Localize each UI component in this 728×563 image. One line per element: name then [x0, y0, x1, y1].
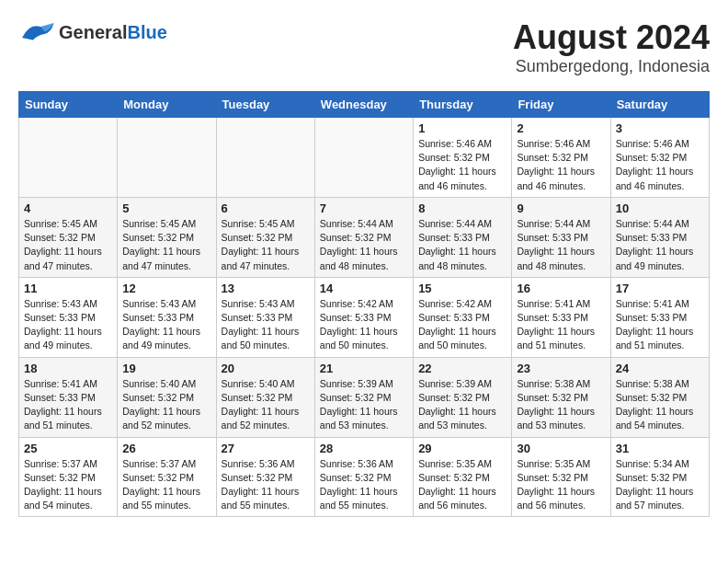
- day-number: 4: [24, 201, 112, 215]
- day-number: 13: [222, 282, 310, 295]
- day-info: Sunrise: 5:37 AM Sunset: 5:32 PM Dayligh…: [24, 457, 112, 513]
- calendar-day-cell: 13Sunrise: 5:43 AM Sunset: 5:33 PM Dayli…: [216, 277, 314, 357]
- weekday-header-sunday: Sunday: [19, 92, 118, 118]
- day-info: Sunrise: 5:45 AM Sunset: 5:32 PM Dayligh…: [222, 217, 310, 273]
- weekday-header-thursday: Thursday: [414, 92, 512, 118]
- day-info: Sunrise: 5:45 AM Sunset: 5:32 PM Dayligh…: [24, 217, 112, 273]
- calendar-day-cell: 12Sunrise: 5:43 AM Sunset: 5:33 PM Dayli…: [118, 277, 216, 357]
- calendar-day-cell: 25Sunrise: 5:37 AM Sunset: 5:32 PM Dayli…: [19, 437, 118, 517]
- day-number: 31: [616, 442, 704, 455]
- calendar-week-row: 18Sunrise: 5:41 AM Sunset: 5:33 PM Dayli…: [19, 357, 710, 437]
- calendar-day-cell: 23Sunrise: 5:38 AM Sunset: 5:32 PM Dayli…: [512, 357, 610, 437]
- calendar-day-cell: 15Sunrise: 5:42 AM Sunset: 5:33 PM Dayli…: [414, 277, 512, 357]
- calendar-day-cell: 22Sunrise: 5:39 AM Sunset: 5:32 PM Dayli…: [414, 357, 512, 437]
- calendar-week-row: 4Sunrise: 5:45 AM Sunset: 5:32 PM Daylig…: [19, 197, 710, 277]
- calendar-day-cell: 21Sunrise: 5:39 AM Sunset: 5:32 PM Dayli…: [314, 357, 413, 437]
- logo-icon: [18, 18, 55, 46]
- day-number: 9: [517, 201, 605, 215]
- calendar-week-row: 1Sunrise: 5:46 AM Sunset: 5:32 PM Daylig…: [19, 118, 710, 198]
- calendar-day-cell: 11Sunrise: 5:43 AM Sunset: 5:33 PM Dayli…: [19, 277, 118, 357]
- calendar-day-cell: 5Sunrise: 5:45 AM Sunset: 5:32 PM Daylig…: [118, 197, 216, 277]
- day-number: 17: [616, 282, 704, 295]
- empty-cell: [314, 118, 413, 198]
- day-info: Sunrise: 5:38 AM Sunset: 5:32 PM Dayligh…: [517, 377, 605, 433]
- page-subtitle: Sumbergedong, Indonesia: [513, 57, 710, 76]
- calendar-day-cell: 26Sunrise: 5:37 AM Sunset: 5:32 PM Dayli…: [118, 437, 216, 517]
- day-number: 12: [122, 282, 210, 295]
- day-info: Sunrise: 5:39 AM Sunset: 5:32 PM Dayligh…: [418, 377, 506, 433]
- day-info: Sunrise: 5:39 AM Sunset: 5:32 PM Dayligh…: [320, 377, 408, 433]
- day-info: Sunrise: 5:44 AM Sunset: 5:32 PM Dayligh…: [320, 217, 408, 273]
- calendar-day-cell: 3Sunrise: 5:46 AM Sunset: 5:32 PM Daylig…: [610, 118, 709, 198]
- weekday-header-tuesday: Tuesday: [216, 92, 314, 118]
- title-area: August 2024 Sumbergedong, Indonesia: [513, 18, 710, 76]
- day-info: Sunrise: 5:35 AM Sunset: 5:32 PM Dayligh…: [418, 457, 506, 513]
- day-info: Sunrise: 5:36 AM Sunset: 5:32 PM Dayligh…: [222, 457, 310, 513]
- calendar-table: SundayMondayTuesdayWednesdayThursdayFrid…: [18, 91, 710, 517]
- day-number: 11: [24, 282, 112, 295]
- day-info: Sunrise: 5:46 AM Sunset: 5:32 PM Dayligh…: [517, 137, 605, 193]
- calendar-week-row: 25Sunrise: 5:37 AM Sunset: 5:32 PM Dayli…: [19, 437, 710, 517]
- calendar-day-cell: 27Sunrise: 5:36 AM Sunset: 5:32 PM Dayli…: [216, 437, 314, 517]
- day-info: Sunrise: 5:40 AM Sunset: 5:32 PM Dayligh…: [222, 377, 310, 433]
- day-number: 28: [320, 442, 408, 455]
- day-number: 19: [122, 362, 210, 375]
- calendar-day-cell: 31Sunrise: 5:34 AM Sunset: 5:32 PM Dayli…: [610, 437, 709, 517]
- calendar-day-cell: 17Sunrise: 5:41 AM Sunset: 5:33 PM Dayli…: [610, 277, 709, 357]
- calendar-day-cell: 4Sunrise: 5:45 AM Sunset: 5:32 PM Daylig…: [19, 197, 118, 277]
- calendar-day-cell: 7Sunrise: 5:44 AM Sunset: 5:32 PM Daylig…: [314, 197, 413, 277]
- day-number: 16: [517, 282, 605, 295]
- empty-cell: [19, 118, 118, 198]
- day-info: Sunrise: 5:41 AM Sunset: 5:33 PM Dayligh…: [24, 377, 112, 433]
- empty-cell: [216, 118, 314, 198]
- day-number: 14: [320, 282, 408, 295]
- day-info: Sunrise: 5:44 AM Sunset: 5:33 PM Dayligh…: [418, 217, 506, 273]
- page-header: GeneralBlue August 2024 Sumbergedong, In…: [18, 18, 710, 76]
- day-number: 10: [616, 201, 704, 215]
- day-info: Sunrise: 5:46 AM Sunset: 5:32 PM Dayligh…: [418, 137, 506, 193]
- day-info: Sunrise: 5:41 AM Sunset: 5:33 PM Dayligh…: [616, 297, 704, 353]
- calendar-day-cell: 2Sunrise: 5:46 AM Sunset: 5:32 PM Daylig…: [512, 118, 610, 198]
- logo-text: GeneralBlue: [59, 22, 167, 43]
- day-number: 21: [320, 362, 408, 375]
- weekday-header-friday: Friday: [512, 92, 610, 118]
- day-info: Sunrise: 5:44 AM Sunset: 5:33 PM Dayligh…: [517, 217, 605, 273]
- day-number: 29: [418, 442, 506, 455]
- logo-blue: Blue: [127, 22, 166, 42]
- calendar-day-cell: 20Sunrise: 5:40 AM Sunset: 5:32 PM Dayli…: [216, 357, 314, 437]
- day-number: 18: [24, 362, 112, 375]
- day-info: Sunrise: 5:42 AM Sunset: 5:33 PM Dayligh…: [320, 297, 408, 353]
- logo: GeneralBlue: [18, 18, 167, 46]
- day-info: Sunrise: 5:44 AM Sunset: 5:33 PM Dayligh…: [616, 217, 704, 273]
- day-number: 2: [517, 121, 605, 135]
- day-info: Sunrise: 5:36 AM Sunset: 5:32 PM Dayligh…: [320, 457, 408, 513]
- day-info: Sunrise: 5:35 AM Sunset: 5:32 PM Dayligh…: [517, 457, 605, 513]
- day-info: Sunrise: 5:38 AM Sunset: 5:32 PM Dayligh…: [616, 377, 704, 433]
- calendar-day-cell: 16Sunrise: 5:41 AM Sunset: 5:33 PM Dayli…: [512, 277, 610, 357]
- day-number: 30: [517, 442, 605, 455]
- calendar-day-cell: 19Sunrise: 5:40 AM Sunset: 5:32 PM Dayli…: [118, 357, 216, 437]
- day-info: Sunrise: 5:42 AM Sunset: 5:33 PM Dayligh…: [418, 297, 506, 353]
- day-info: Sunrise: 5:43 AM Sunset: 5:33 PM Dayligh…: [222, 297, 310, 353]
- calendar-day-cell: 9Sunrise: 5:44 AM Sunset: 5:33 PM Daylig…: [512, 197, 610, 277]
- calendar-day-cell: 24Sunrise: 5:38 AM Sunset: 5:32 PM Dayli…: [610, 357, 709, 437]
- page-title: August 2024: [513, 18, 710, 57]
- day-info: Sunrise: 5:45 AM Sunset: 5:32 PM Dayligh…: [122, 217, 210, 273]
- day-number: 15: [418, 282, 506, 295]
- day-info: Sunrise: 5:41 AM Sunset: 5:33 PM Dayligh…: [517, 297, 605, 353]
- day-number: 26: [122, 442, 210, 455]
- day-info: Sunrise: 5:46 AM Sunset: 5:32 PM Dayligh…: [616, 137, 704, 193]
- weekday-header-row: SundayMondayTuesdayWednesdayThursdayFrid…: [19, 92, 710, 118]
- day-number: 8: [418, 201, 506, 215]
- day-number: 20: [222, 362, 310, 375]
- day-number: 27: [222, 442, 310, 455]
- day-number: 7: [320, 201, 408, 215]
- weekday-header-monday: Monday: [118, 92, 216, 118]
- calendar-day-cell: 29Sunrise: 5:35 AM Sunset: 5:32 PM Dayli…: [414, 437, 512, 517]
- calendar-day-cell: 14Sunrise: 5:42 AM Sunset: 5:33 PM Dayli…: [314, 277, 413, 357]
- day-number: 1: [418, 121, 506, 135]
- empty-cell: [118, 118, 216, 198]
- calendar-day-cell: 6Sunrise: 5:45 AM Sunset: 5:32 PM Daylig…: [216, 197, 314, 277]
- day-number: 24: [616, 362, 704, 375]
- day-info: Sunrise: 5:34 AM Sunset: 5:32 PM Dayligh…: [616, 457, 704, 513]
